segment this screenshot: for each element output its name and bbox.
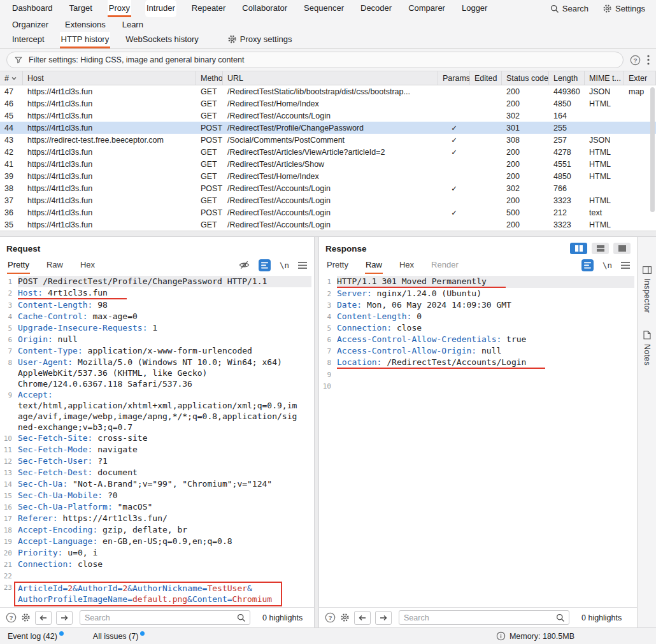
- side-tab-inspector[interactable]: Inspector: [643, 266, 652, 313]
- column-header-url[interactable]: URL: [223, 71, 438, 85]
- column-header-length[interactable]: Length: [549, 71, 585, 85]
- code-line-10[interactable]: 10Sec-Fetch-Site: cross-site: [1, 433, 311, 444]
- layout-rows-button[interactable]: [592, 243, 609, 254]
- response-tab-pretty[interactable]: Pretty: [326, 256, 349, 274]
- code-line-1[interactable]: 1HTTP/1.1 301 Moved Permanently: [320, 276, 634, 288]
- code-line-14[interactable]: 14Sec-Ch-Ua: "Not-A.Brand";v="99", "Chro…: [1, 478, 311, 490]
- code-line-3[interactable]: 3Date: Mon, 06 May 2024 14:09:30 GMT: [320, 299, 634, 311]
- subtab-intercept[interactable]: Intercept: [11, 32, 46, 48]
- help-icon[interactable]: ?: [630, 55, 641, 66]
- newline-toggle[interactable]: \n: [603, 261, 612, 270]
- code-line-9[interactable]: 9Accept: text/html,application/xhtml+xml…: [1, 389, 311, 433]
- table-row-39[interactable]: 39https://4rt1cl3s.funGET/RedirectTest/H…: [0, 170, 656, 182]
- column-header-number[interactable]: #: [0, 71, 23, 85]
- code-line-7[interactable]: 7Content-Type: application/x-www-form-ur…: [1, 345, 311, 357]
- request-tab-raw[interactable]: Raw: [46, 256, 64, 274]
- table-row-44[interactable]: 44https://4rt1cl3s.funPOST/RedirectTest/…: [0, 122, 656, 134]
- code-line-21[interactable]: 21Connection: close: [1, 559, 311, 570]
- code-line-2[interactable]: 2Host: 4rt1cl3s.fun: [1, 287, 311, 299]
- code-line-2[interactable]: 2Server: nginx/1.24.0 (Ubuntu): [320, 288, 634, 299]
- eye-slash-icon[interactable]: [239, 261, 250, 269]
- subtab-http-history[interactable]: HTTP history: [60, 32, 111, 48]
- code-line-3[interactable]: 3Content-Length: 98: [1, 299, 311, 311]
- next-match-button[interactable]: [375, 611, 392, 625]
- table-row-35[interactable]: 35https://4rt1cl3s.funGET/RedirectTest/A…: [0, 218, 656, 231]
- table-row-45[interactable]: 45https://4rt1cl3s.funGET/RedirectTest/A…: [0, 110, 656, 122]
- table-row-42[interactable]: 42https://4rt1cl3s.funGET/RedirectTest/A…: [0, 146, 656, 158]
- code-line-8[interactable]: 8Location: /RedirectTest/Accounts/Login: [320, 357, 634, 369]
- column-header-exter[interactable]: Exter: [624, 71, 656, 85]
- code-line-6[interactable]: 6Origin: null: [1, 334, 311, 345]
- column-header-method[interactable]: Method: [196, 71, 223, 85]
- response-tab-hex[interactable]: Hex: [399, 256, 415, 274]
- code-line-19[interactable]: 19Accept-Language: en-GB,en-US;q=0.9,en;…: [1, 536, 311, 547]
- tab-comparer[interactable]: Comparer: [407, 0, 446, 17]
- column-header-params[interactable]: Params: [438, 71, 470, 85]
- request-tab-pretty[interactable]: Pretty: [7, 256, 30, 274]
- search-settings-icon[interactable]: [340, 613, 350, 622]
- code-line-13[interactable]: 13Sec-Fetch-Dest: document: [1, 467, 311, 478]
- table-row-46[interactable]: 46https://4rt1cl3s.funGET/RedirectTest/H…: [0, 97, 656, 110]
- search-input[interactable]: [80, 613, 237, 622]
- request-editor[interactable]: 1POST /RedirectTest/Profile/ChangePasswo…: [0, 274, 314, 607]
- code-line-5[interactable]: 5Upgrade-Insecure-Requests: 1: [1, 322, 311, 334]
- next-match-button[interactable]: [56, 611, 73, 625]
- more-options-icon[interactable]: [647, 55, 650, 65]
- menu-item-search[interactable]: Search: [549, 4, 590, 13]
- table-row-41[interactable]: 41https://4rt1cl3s.funGET/RedirectTest/A…: [0, 158, 656, 170]
- column-header-host[interactable]: Host: [23, 71, 196, 85]
- filter-settings[interactable]: Filter settings: Hiding CSS, image and g…: [6, 52, 624, 68]
- search-settings-icon[interactable]: [21, 613, 31, 622]
- menu-item-settings[interactable]: Settings: [601, 4, 646, 13]
- code-line-18[interactable]: 18Accept-Encoding: gzip, deflate, br: [1, 524, 311, 536]
- code-line-16[interactable]: 16Sec-Ch-Ua-Platform: "macOS": [1, 501, 311, 513]
- layout-columns-button[interactable]: [570, 243, 587, 254]
- previous-match-button[interactable]: [35, 611, 52, 625]
- code-line-4[interactable]: 4Cache-Control: max-age=0: [1, 311, 311, 322]
- vertical-splitter[interactable]: [314, 237, 319, 627]
- all-issues-tab[interactable]: All issues (7): [93, 632, 145, 641]
- layout-single-button[interactable]: [613, 243, 631, 254]
- tab-intruder[interactable]: Intruder: [145, 0, 176, 17]
- search-input[interactable]: [399, 613, 556, 622]
- menu-icon[interactable]: [621, 262, 630, 269]
- column-header-status-code[interactable]: Status code: [502, 71, 549, 85]
- response-tab-render[interactable]: Render: [431, 256, 459, 274]
- request-tab-hex[interactable]: Hex: [80, 256, 96, 274]
- table-row-43[interactable]: 43https://redirect-test.free.beeceptor.c…: [0, 134, 656, 146]
- tab-proxy[interactable]: Proxy: [108, 0, 131, 17]
- format-icon[interactable]: [581, 259, 594, 271]
- horizontal-splitter[interactable]: [0, 231, 656, 237]
- column-header-mime-t[interactable]: MIME t...: [585, 71, 624, 85]
- tab-organizer[interactable]: Organizer: [11, 17, 50, 32]
- menu-icon[interactable]: [298, 262, 307, 269]
- code-line-17[interactable]: 17Referer: https://4rt1cl3s.fun/: [1, 513, 311, 524]
- tab-target[interactable]: Target: [68, 0, 94, 17]
- code-line-6[interactable]: 6Access-Control-Allow-Credentials: true: [320, 334, 634, 345]
- tab-collaborator[interactable]: Collaborator: [241, 0, 289, 17]
- tab-logger[interactable]: Logger: [460, 0, 488, 17]
- tab-extensions[interactable]: Extensions: [64, 17, 107, 32]
- tab-learn[interactable]: Learn: [121, 17, 145, 32]
- tab-sequencer[interactable]: Sequencer: [303, 0, 345, 17]
- format-icon[interactable]: [259, 259, 271, 271]
- tab-decoder[interactable]: Decoder: [359, 0, 393, 17]
- event-log-tab[interactable]: Event log (42): [8, 632, 64, 641]
- scrollbar-thumb[interactable]: [650, 87, 655, 212]
- code-line-12[interactable]: 12Sec-Fetch-User: ?1: [1, 455, 311, 467]
- help-icon[interactable]: ?: [325, 612, 336, 623]
- table-row-47[interactable]: 47https://4rt1cl3s.funGET/RedirectTestSt…: [0, 85, 656, 97]
- code-line-4[interactable]: 4Content-Length: 0: [320, 311, 634, 322]
- code-line-23[interactable]: 23ArticleId=2&AuthorId=2&AuthorNickname=…: [1, 582, 311, 606]
- newline-toggle[interactable]: \n: [280, 261, 289, 270]
- code-line-1[interactable]: 1POST /RedirectTest/Profile/ChangePasswo…: [1, 276, 311, 287]
- code-line-10[interactable]: 10: [320, 380, 634, 392]
- table-row-38[interactable]: 38https://4rt1cl3s.funPOST/RedirectTest/…: [0, 182, 656, 194]
- code-line-15[interactable]: 15Sec-Ch-Ua-Mobile: ?0: [1, 490, 311, 501]
- code-line-20[interactable]: 20Priority: u=0, i: [1, 547, 311, 559]
- subtab-proxy-settings[interactable]: Proxy settings: [226, 32, 294, 48]
- table-row-37[interactable]: 37https://4rt1cl3s.funGET/RedirectTest/A…: [0, 194, 656, 206]
- tab-dashboard[interactable]: Dashboard: [11, 0, 54, 17]
- code-line-9[interactable]: 9: [320, 369, 634, 380]
- code-line-5[interactable]: 5Connection: close: [320, 322, 634, 334]
